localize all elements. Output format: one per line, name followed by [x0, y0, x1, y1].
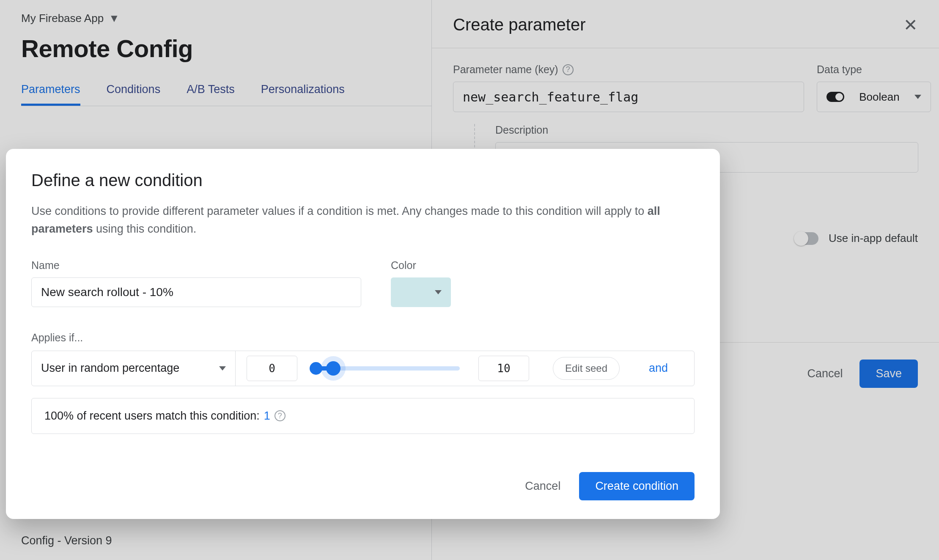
condition-name-label: Name	[31, 259, 361, 272]
close-icon[interactable]: ✕	[903, 16, 918, 33]
range-high-input[interactable]	[478, 356, 529, 381]
use-default-toggle[interactable]	[795, 232, 818, 245]
match-summary: 100% of recent users match this conditio…	[31, 398, 695, 434]
range-low-input[interactable]	[247, 356, 297, 381]
help-icon[interactable]: ?	[275, 410, 286, 421]
datatype-label: Data type	[817, 63, 931, 76]
chevron-down-icon	[914, 95, 921, 99]
datatype-value: Boolean	[859, 91, 899, 104]
condition-color-select[interactable]	[391, 277, 451, 307]
help-icon[interactable]: ?	[563, 64, 574, 75]
rule-type-select[interactable]: User in random percentage	[41, 351, 236, 386]
match-text: 100% of recent users match this conditio…	[44, 409, 260, 423]
applies-if-row: User in random percentage Edit seed and	[31, 351, 695, 386]
panel-save-button[interactable]: Save	[859, 360, 918, 388]
edit-seed-button[interactable]: Edit seed	[553, 357, 620, 380]
match-count: 1	[264, 409, 270, 423]
slider-thumb-high[interactable]	[326, 361, 340, 376]
boolean-icon	[826, 92, 844, 102]
panel-cancel-button[interactable]: Cancel	[807, 367, 843, 380]
modal-desc-prefix: Use conditions to provide different para…	[31, 205, 648, 217]
param-name-label: Parameter name (key)	[453, 63, 558, 76]
define-condition-modal: Define a new condition Use conditions to…	[6, 149, 720, 519]
param-name-input[interactable]	[453, 82, 804, 112]
modal-desc-suffix: using this condition.	[93, 222, 197, 235]
tab-conditions[interactable]: Conditions	[107, 83, 161, 106]
applies-if-label: Applies if...	[31, 332, 695, 344]
app-name: My Firebase App	[21, 12, 104, 25]
description-label: Description	[495, 124, 918, 136]
modal-title: Define a new condition	[31, 171, 695, 190]
create-condition-button[interactable]: Create condition	[579, 472, 695, 500]
condition-name-input[interactable]	[31, 277, 361, 307]
add-and-condition[interactable]: and	[649, 362, 668, 375]
condition-color-label: Color	[391, 259, 451, 272]
chevron-down-icon: ▼	[109, 12, 120, 25]
panel-title: Create parameter	[453, 15, 585, 34]
datatype-select[interactable]: Boolean	[817, 82, 931, 112]
tab-ab-tests[interactable]: A/B Tests	[187, 83, 235, 106]
use-default-label: Use in-app default	[829, 232, 918, 245]
tab-personalizations[interactable]: Personalizations	[261, 83, 345, 106]
percentage-slider[interactable]	[316, 366, 460, 371]
modal-description: Use conditions to provide different para…	[31, 203, 674, 238]
rule-type-value: User in random percentage	[41, 362, 179, 375]
slider-thumb-low[interactable]	[310, 362, 322, 375]
config-version: Config - Version 9	[21, 534, 112, 547]
tab-parameters[interactable]: Parameters	[21, 83, 80, 106]
modal-cancel-button[interactable]: Cancel	[525, 480, 560, 493]
chevron-down-icon	[219, 366, 226, 371]
chevron-down-icon	[435, 290, 442, 294]
